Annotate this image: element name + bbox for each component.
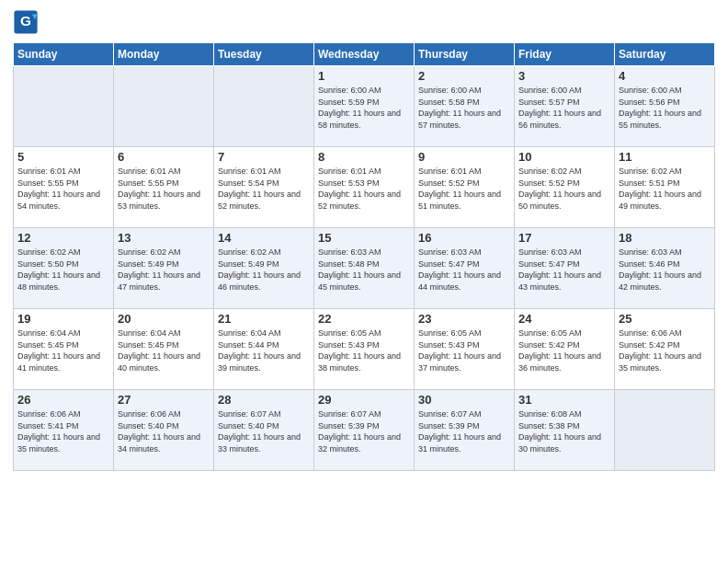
calendar-day-cell: 7Sunrise: 6:01 AMSunset: 5:54 PMDaylight…: [214, 147, 314, 228]
day-number: 2: [418, 69, 510, 83]
day-number: 22: [318, 312, 410, 326]
calendar-day-cell: 10Sunrise: 6:02 AMSunset: 5:52 PMDayligh…: [515, 147, 615, 228]
day-number: 25: [619, 312, 711, 326]
day-info: Sunrise: 6:06 AMSunset: 5:42 PMDaylight:…: [619, 327, 711, 373]
calendar: SundayMondayTuesdayWednesdayThursdayFrid…: [13, 42, 715, 471]
weekday-header: Thursday: [415, 43, 515, 66]
day-number: 27: [118, 393, 210, 407]
day-info: Sunrise: 6:01 AMSunset: 5:55 PMDaylight:…: [17, 166, 109, 212]
day-number: 12: [17, 231, 109, 245]
day-info: Sunrise: 6:05 AMSunset: 5:43 PMDaylight:…: [318, 327, 410, 373]
day-number: 8: [318, 150, 410, 164]
calendar-day-cell: 2Sunrise: 6:00 AMSunset: 5:58 PMDaylight…: [415, 66, 515, 147]
calendar-day-cell: 9Sunrise: 6:01 AMSunset: 5:52 PMDaylight…: [415, 147, 515, 228]
day-number: 31: [518, 393, 610, 407]
calendar-week-row: 19Sunrise: 6:04 AMSunset: 5:45 PMDayligh…: [14, 309, 715, 390]
day-info: Sunrise: 6:07 AMSunset: 5:39 PMDaylight:…: [318, 408, 410, 454]
day-number: 28: [218, 393, 310, 407]
day-info: Sunrise: 6:00 AMSunset: 5:56 PMDaylight:…: [619, 85, 711, 131]
weekday-header: Wednesday: [314, 43, 415, 66]
day-info: Sunrise: 6:08 AMSunset: 5:38 PMDaylight:…: [518, 408, 610, 454]
calendar-day-cell: 4Sunrise: 6:00 AMSunset: 5:56 PMDaylight…: [615, 66, 715, 147]
day-number: 16: [418, 231, 510, 245]
calendar-week-row: 26Sunrise: 6:06 AMSunset: 5:41 PMDayligh…: [14, 390, 715, 471]
day-info: Sunrise: 6:00 AMSunset: 5:59 PMDaylight:…: [318, 85, 410, 131]
calendar-day-cell: 27Sunrise: 6:06 AMSunset: 5:40 PMDayligh…: [114, 390, 214, 471]
day-info: Sunrise: 6:03 AMSunset: 5:47 PMDaylight:…: [418, 247, 510, 293]
calendar-day-cell: 29Sunrise: 6:07 AMSunset: 5:39 PMDayligh…: [314, 390, 415, 471]
calendar-week-row: 5Sunrise: 6:01 AMSunset: 5:55 PMDaylight…: [14, 147, 715, 228]
day-number: 1: [318, 69, 410, 83]
day-number: 7: [218, 150, 310, 164]
calendar-day-cell: 18Sunrise: 6:03 AMSunset: 5:46 PMDayligh…: [615, 228, 715, 309]
calendar-day-cell: 21Sunrise: 6:04 AMSunset: 5:44 PMDayligh…: [214, 309, 314, 390]
day-number: 13: [118, 231, 210, 245]
calendar-day-cell: [615, 390, 715, 471]
weekday-header: Tuesday: [214, 43, 314, 66]
day-info: Sunrise: 6:02 AMSunset: 5:49 PMDaylight:…: [118, 247, 210, 293]
calendar-week-row: 12Sunrise: 6:02 AMSunset: 5:50 PMDayligh…: [14, 228, 715, 309]
day-number: 15: [318, 231, 410, 245]
day-info: Sunrise: 6:07 AMSunset: 5:39 PMDaylight:…: [418, 408, 510, 454]
day-number: 9: [418, 150, 510, 164]
day-info: Sunrise: 6:05 AMSunset: 5:42 PMDaylight:…: [518, 327, 610, 373]
day-number: 23: [418, 312, 510, 326]
calendar-day-cell: [214, 66, 314, 147]
day-number: 29: [318, 393, 410, 407]
calendar-day-cell: 19Sunrise: 6:04 AMSunset: 5:45 PMDayligh…: [14, 309, 114, 390]
day-info: Sunrise: 6:06 AMSunset: 5:40 PMDaylight:…: [118, 408, 210, 454]
day-info: Sunrise: 6:01 AMSunset: 5:55 PMDaylight:…: [118, 166, 210, 212]
calendar-day-cell: 20Sunrise: 6:04 AMSunset: 5:45 PMDayligh…: [114, 309, 214, 390]
calendar-day-cell: 30Sunrise: 6:07 AMSunset: 5:39 PMDayligh…: [415, 390, 515, 471]
day-number: 14: [218, 231, 310, 245]
calendar-header-row: SundayMondayTuesdayWednesdayThursdayFrid…: [14, 43, 715, 66]
day-number: 6: [118, 150, 210, 164]
calendar-day-cell: 31Sunrise: 6:08 AMSunset: 5:38 PMDayligh…: [515, 390, 615, 471]
day-number: 10: [518, 150, 610, 164]
day-number: 5: [17, 150, 109, 164]
weekday-header: Saturday: [615, 43, 715, 66]
day-info: Sunrise: 6:01 AMSunset: 5:53 PMDaylight:…: [318, 166, 410, 212]
calendar-day-cell: 17Sunrise: 6:03 AMSunset: 5:47 PMDayligh…: [515, 228, 615, 309]
day-number: 4: [619, 69, 711, 83]
calendar-day-cell: 16Sunrise: 6:03 AMSunset: 5:47 PMDayligh…: [415, 228, 515, 309]
day-info: Sunrise: 6:06 AMSunset: 5:41 PMDaylight:…: [17, 408, 109, 454]
calendar-day-cell: 25Sunrise: 6:06 AMSunset: 5:42 PMDayligh…: [615, 309, 715, 390]
day-number: 30: [418, 393, 510, 407]
day-info: Sunrise: 6:04 AMSunset: 5:45 PMDaylight:…: [118, 327, 210, 373]
day-number: 20: [118, 312, 210, 326]
day-number: 18: [619, 231, 711, 245]
day-info: Sunrise: 6:03 AMSunset: 5:48 PMDaylight:…: [318, 247, 410, 293]
day-number: 21: [218, 312, 310, 326]
day-info: Sunrise: 6:00 AMSunset: 5:58 PMDaylight:…: [418, 85, 510, 131]
calendar-day-cell: 23Sunrise: 6:05 AMSunset: 5:43 PMDayligh…: [415, 309, 515, 390]
day-number: 24: [518, 312, 610, 326]
day-info: Sunrise: 6:02 AMSunset: 5:50 PMDaylight:…: [17, 247, 109, 293]
calendar-day-cell: 8Sunrise: 6:01 AMSunset: 5:53 PMDaylight…: [314, 147, 415, 228]
logo-icon: G: [13, 9, 39, 35]
calendar-day-cell: 12Sunrise: 6:02 AMSunset: 5:50 PMDayligh…: [14, 228, 114, 309]
day-info: Sunrise: 6:02 AMSunset: 5:49 PMDaylight:…: [218, 247, 310, 293]
day-info: Sunrise: 6:00 AMSunset: 5:57 PMDaylight:…: [518, 85, 610, 131]
svg-text:G: G: [20, 13, 31, 29]
weekday-header: Sunday: [14, 43, 114, 66]
day-info: Sunrise: 6:05 AMSunset: 5:43 PMDaylight:…: [418, 327, 510, 373]
calendar-day-cell: 11Sunrise: 6:02 AMSunset: 5:51 PMDayligh…: [615, 147, 715, 228]
calendar-day-cell: 15Sunrise: 6:03 AMSunset: 5:48 PMDayligh…: [314, 228, 415, 309]
calendar-day-cell: 14Sunrise: 6:02 AMSunset: 5:49 PMDayligh…: [214, 228, 314, 309]
calendar-day-cell: 28Sunrise: 6:07 AMSunset: 5:40 PMDayligh…: [214, 390, 314, 471]
day-info: Sunrise: 6:03 AMSunset: 5:47 PMDaylight:…: [518, 247, 610, 293]
calendar-day-cell: 1Sunrise: 6:00 AMSunset: 5:59 PMDaylight…: [314, 66, 415, 147]
day-number: 3: [518, 69, 610, 83]
day-number: 11: [619, 150, 711, 164]
calendar-day-cell: 3Sunrise: 6:00 AMSunset: 5:57 PMDaylight…: [515, 66, 615, 147]
calendar-day-cell: [114, 66, 214, 147]
calendar-day-cell: 24Sunrise: 6:05 AMSunset: 5:42 PMDayligh…: [515, 309, 615, 390]
day-info: Sunrise: 6:04 AMSunset: 5:44 PMDaylight:…: [218, 327, 310, 373]
day-number: 19: [17, 312, 109, 326]
calendar-day-cell: 22Sunrise: 6:05 AMSunset: 5:43 PMDayligh…: [314, 309, 415, 390]
calendar-day-cell: 13Sunrise: 6:02 AMSunset: 5:49 PMDayligh…: [114, 228, 214, 309]
calendar-week-row: 1Sunrise: 6:00 AMSunset: 5:59 PMDaylight…: [14, 66, 715, 147]
day-info: Sunrise: 6:01 AMSunset: 5:52 PMDaylight:…: [418, 166, 510, 212]
day-info: Sunrise: 6:02 AMSunset: 5:52 PMDaylight:…: [518, 166, 610, 212]
